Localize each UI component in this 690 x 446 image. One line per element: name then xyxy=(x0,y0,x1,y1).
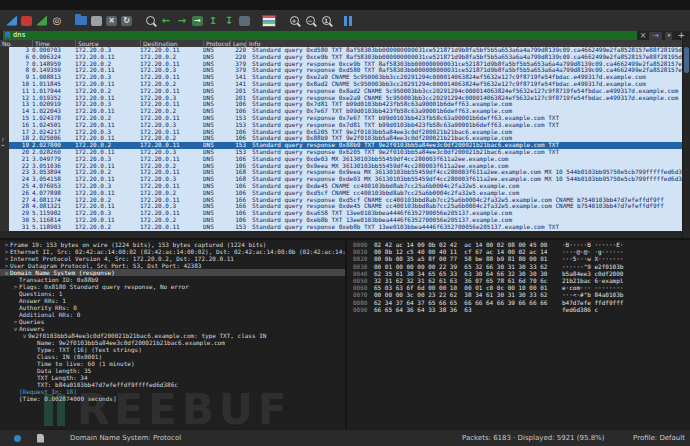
packet-row[interactable]: 101.011845172.20.0.11172.20.0.2DNS141Sta… xyxy=(0,81,690,88)
last-packet-icon[interactable]: ↧ xyxy=(223,15,235,27)
detail-line[interactable]: >Frame 19: 153 bytes on wire (1224 bits)… xyxy=(0,241,345,248)
previous-packet-icon[interactable]: ← xyxy=(160,15,172,27)
colorize-icon[interactable] xyxy=(262,15,276,27)
hex-row[interactable]: 004062 35 61 38 34 65 65 33 63 30 64 66 … xyxy=(348,270,690,277)
packet-row[interactable]: 141.022043172.20.0.11172.20.0.2DNS106Sta… xyxy=(0,108,690,115)
auto-scroll-icon[interactable] xyxy=(239,16,250,26)
vertical-splitter[interactable] xyxy=(345,240,347,430)
column-header-protocol[interactable]: Protocol xyxy=(203,40,230,47)
expert-info-icon[interactable] xyxy=(14,435,21,442)
packet-row[interactable]: 315.118903172.20.0.2172.20.0.11DNS153Sta… xyxy=(0,224,690,231)
reload-file-icon[interactable]: ↻ xyxy=(121,16,132,26)
zoom-in-icon[interactable]: + xyxy=(288,15,300,27)
column-header-time[interactable]: Time xyxy=(32,40,75,47)
detail-line[interactable]: >Flags: 0x8180 Standard query response, … xyxy=(0,283,345,290)
packet-row[interactable]: 213.049779172.20.0.3172.20.0.11DNS106Sta… xyxy=(0,156,690,163)
detail-line[interactable]: >User Datagram Protocol, Src Port: 53, D… xyxy=(0,262,345,269)
tree-expander-icon[interactable]: v xyxy=(3,269,10,276)
packet-row[interactable]: 202.028260172.20.0.11172.20.0.3DNS153Sta… xyxy=(0,149,690,156)
resize-columns-icon[interactable] xyxy=(344,16,354,26)
packet-row[interactable]: 172.024217172.20.0.3172.20.0.11DNS106Sta… xyxy=(0,129,690,136)
detail-line[interactable]: TXT: b84a0103bb47d7efeffdf9ffffed6d386c xyxy=(0,381,345,388)
detail-line[interactable]: vAnswers xyxy=(0,325,345,332)
tree-expander-icon[interactable]: > xyxy=(3,262,10,269)
start-capture-icon[interactable] xyxy=(6,16,17,26)
column-header-length[interactable]: Length xyxy=(230,40,246,47)
go-to-packet-icon[interactable]: → xyxy=(192,16,203,26)
find-packet-icon[interactable] xyxy=(144,15,156,27)
detail-line[interactable]: Answer RRs: 1 xyxy=(0,297,345,304)
hex-row[interactable]: 007000 00 00 3c 00 23 22 62 38 34 61 30 … xyxy=(348,291,690,298)
column-header-source[interactable]: Source xyxy=(75,40,140,47)
packet-row[interactable]: 295.115902172.20.0.3172.20.0.11DNS106Sta… xyxy=(0,210,690,217)
packet-row[interactable]: 70.148959172.20.0.2172.20.0.11DNS379Stan… xyxy=(0,61,690,68)
hex-row[interactable]: 001000 8b 12 c5 40 00 40 11 cf 67 ac 14 … xyxy=(348,248,690,255)
tree-expander-icon[interactable]: > xyxy=(3,241,10,248)
save-file-icon[interactable] xyxy=(91,16,102,26)
tree-expander-icon[interactable]: > xyxy=(3,248,10,255)
filter-dropdown-icon[interactable]: ▾ xyxy=(665,32,672,40)
packet-row[interactable]: ┌182.025006172.20.0.11172.20.0.2DNS106St… xyxy=(0,135,690,142)
packet-row[interactable]: 161.024501172.20.0.11172.20.0.3DNS153Sta… xyxy=(0,122,690,129)
hex-row[interactable]: 009066 65 64 36 64 33 38 36 63fed6d386 c xyxy=(348,306,690,313)
packet-row[interactable]: 131.020919172.20.0.3172.20.0.11DNS106Sta… xyxy=(0,101,690,108)
tree-expander-icon[interactable]: > xyxy=(3,255,10,262)
zoom-out-icon[interactable]: − xyxy=(304,15,316,27)
packet-list-scrollbar[interactable] xyxy=(682,40,690,238)
packet-row[interactable]: 91.008813172.20.0.3172.20.0.11DNS141Stan… xyxy=(0,74,690,81)
hex-row[interactable]: 003000 01 00 00 00 00 22 39 65 32 66 30 … xyxy=(348,263,690,270)
tree-expander-icon[interactable]: v xyxy=(21,332,28,339)
filter-add-button[interactable]: + xyxy=(677,31,685,40)
hex-row[interactable]: 006065 03 63 6f 6d 00 00 10 00 01 c0 0c … xyxy=(348,284,690,291)
tree-expander-icon[interactable]: v xyxy=(12,325,19,332)
detail-line[interactable]: v9e2f0103bb5a84ee3c0df200021b21bac6.exam… xyxy=(0,332,345,339)
detail-line[interactable]: >Queries xyxy=(0,318,345,325)
packet-row[interactable]: 121.019352172.20.0.11172.20.0.3DNS201Sta… xyxy=(0,95,690,102)
detail-line[interactable]: >Ethernet II, Src: 02:42:ac:14:00:02 (02… xyxy=(0,248,345,255)
detail-line[interactable]: [Request In: 18] xyxy=(0,388,345,395)
packet-list-header[interactable]: No.TimeSourceDestinationProtocolLengthIn… xyxy=(0,40,690,47)
filter-apply-button[interactable]: → xyxy=(649,32,662,40)
next-packet-icon[interactable]: → xyxy=(176,15,188,27)
packet-row[interactable]: →192.027800172.20.0.2172.20.0.11DNS153St… xyxy=(0,142,690,149)
hex-row[interactable]: 008062 34 37 64 37 65 66 65 66 66 64 66 … xyxy=(348,299,690,306)
filter-clear-icon[interactable]: × xyxy=(640,31,647,40)
detail-line[interactable]: Authority RRs: 0 xyxy=(0,304,345,311)
packet-row[interactable]: 80.149359172.20.0.11172.20.0.3DNS379Stan… xyxy=(0,67,690,74)
tree-expander-icon[interactable]: > xyxy=(12,283,19,290)
packet-row[interactable]: 223.051036172.20.0.11172.20.0.2DNS106Sta… xyxy=(0,163,690,170)
hex-row[interactable]: 000002 42 ac 14 00 0b 02 42 ac 14 00 02 … xyxy=(348,241,690,248)
column-header-no[interactable]: No. xyxy=(0,40,32,47)
detail-line[interactable]: Name: 9e2f0103bb5a84ee3c0df200021b21bac6… xyxy=(0,339,345,346)
packet-row[interactable]: 30.000703172.20.0.3172.20.0.11DNS220Stan… xyxy=(0,47,690,54)
packet-row[interactable]: 274.081174172.20.0.2172.20.0.11DNS166Sta… xyxy=(0,197,690,204)
tree-expander-icon[interactable]: > xyxy=(12,318,19,325)
detail-line[interactable]: TXT Length: 34 xyxy=(0,374,345,381)
restart-capture-icon[interactable] xyxy=(36,16,47,26)
detail-line[interactable]: vDomain Name System (response) xyxy=(0,269,345,276)
open-file-icon[interactable] xyxy=(75,16,87,25)
detail-line[interactable]: Data length: 35 xyxy=(0,367,345,374)
hex-row[interactable]: 002000 0b 00 35 a5 8f 00 77 58 be 88 b9 … xyxy=(348,255,690,262)
detail-line[interactable]: Transaction ID: 0x88b9 xyxy=(0,276,345,283)
packet-row[interactable]: 60.006324172.20.0.11172.20.0.2DNS220Stan… xyxy=(0,54,690,61)
packet-row[interactable]: 111.017944172.20.0.2172.20.0.11DNS201Sta… xyxy=(0,88,690,95)
detail-line[interactable]: [Time: 0.002874000 seconds] xyxy=(0,395,345,402)
zoom-100-icon[interactable]: 1 xyxy=(320,15,332,27)
detail-line[interactable]: Type: TXT (16) (Text strings) xyxy=(0,346,345,353)
hex-row[interactable]: 005032 31 62 32 31 62 61 63 36 07 65 78 … xyxy=(348,277,690,284)
packet-row[interactable]: 151.024378172.20.0.2172.20.0.11DNS153Sta… xyxy=(0,115,690,122)
detail-line[interactable]: Additional RRs: 0 xyxy=(0,311,345,318)
packet-row[interactable]: 243.054158172.20.0.11172.20.0.3DNS168Sta… xyxy=(0,176,690,183)
display-filter-input[interactable]: dns xyxy=(3,31,637,40)
packet-row[interactable]: 284.081321172.20.0.11172.20.0.3DNS166Sta… xyxy=(0,203,690,210)
packet-row[interactable]: 233.053894172.20.0.2172.20.0.11DNS168Sta… xyxy=(0,169,690,176)
packet-row[interactable]: 264.077898172.20.0.11172.20.0.2DNS106Sta… xyxy=(0,190,690,197)
stop-capture-icon[interactable] xyxy=(21,16,32,26)
capture-options-icon[interactable]: ◎ xyxy=(51,15,63,27)
close-file-icon[interactable]: × xyxy=(106,16,117,26)
detail-line[interactable]: Class: IN (0x0001) xyxy=(0,353,345,360)
packet-row[interactable]: 305.116814172.20.0.11172.20.0.2DNS106Sta… xyxy=(0,217,690,224)
detail-line[interactable]: Time to live: 60 (1 minute) xyxy=(0,360,345,367)
column-header-info[interactable]: Info xyxy=(246,40,690,47)
